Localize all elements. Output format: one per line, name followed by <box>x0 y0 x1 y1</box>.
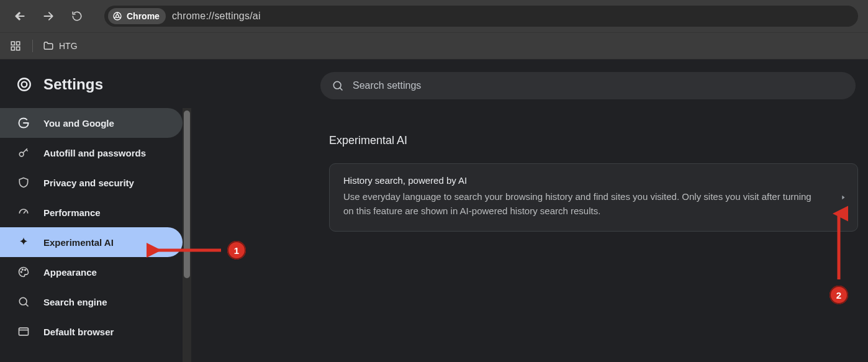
sidebar-item-label: Default browser <box>43 327 114 337</box>
svg-point-23 <box>333 81 341 89</box>
bookmarks-divider <box>32 40 33 52</box>
site-info-chip-label: Chrome <box>127 11 160 21</box>
reload-button[interactable] <box>67 6 87 26</box>
key-icon <box>17 147 30 159</box>
chevron-right-icon <box>840 194 846 201</box>
bookmarks-bar: HTG <box>0 32 868 60</box>
settings-left-column: Settings You and Google Autofill and pas… <box>0 60 191 362</box>
search-icon <box>17 296 30 308</box>
chrome-icon <box>112 11 123 22</box>
sidebar-item-appearance[interactable]: Appearance <box>0 257 183 287</box>
svg-point-12 <box>22 82 27 88</box>
svg-point-19 <box>19 297 27 305</box>
svg-point-18 <box>25 269 26 271</box>
svg-line-24 <box>340 88 342 90</box>
sidebar-item-search-engine[interactable]: Search engine <box>0 287 183 317</box>
settings-title: Settings <box>43 76 103 93</box>
svg-rect-9 <box>11 47 14 50</box>
arrow-right-icon <box>42 10 55 22</box>
svg-line-6 <box>119 17 120 18</box>
search-settings-field[interactable] <box>320 72 856 99</box>
speedometer-icon <box>17 206 30 219</box>
sidebar-item-label: Search engine <box>43 297 107 307</box>
browser-toolbar: Chrome chrome://settings/ai <box>0 0 868 32</box>
sidebar-item-label: Privacy and security <box>43 178 134 188</box>
svg-rect-8 <box>17 42 20 45</box>
sidebar-item-you-and-google[interactable]: You and Google <box>0 108 183 138</box>
settings-header: Settings <box>0 60 191 108</box>
sidebar-item-experimental-ai[interactable]: Experimental AI <box>0 227 183 257</box>
card-title: History search, powered by AI <box>343 175 824 186</box>
browser-window-icon <box>17 325 30 338</box>
url-text: chrome://settings/ai <box>172 11 261 22</box>
settings-sidebar: You and Google Autofill and passwords Pr… <box>0 108 183 346</box>
site-info-chip[interactable]: Chrome <box>108 8 166 24</box>
svg-line-20 <box>25 304 28 306</box>
bookmark-htg-label: HTG <box>59 41 78 51</box>
address-bar[interactable]: Chrome chrome://settings/ai <box>104 6 858 27</box>
svg-rect-10 <box>17 47 20 50</box>
svg-point-14 <box>19 152 24 156</box>
reload-icon <box>71 11 83 22</box>
sidebar-item-autofill[interactable]: Autofill and passwords <box>0 138 183 168</box>
svg-point-11 <box>18 78 30 91</box>
annotation-badge: 1 <box>227 241 246 260</box>
sidebar-item-label: Autofill and passwords <box>43 148 146 158</box>
arrow-left-icon <box>14 10 26 22</box>
apps-grid-icon[interactable] <box>10 40 21 52</box>
section-title-experimental-ai: Experimental AI <box>329 134 866 147</box>
svg-line-15 <box>24 211 25 214</box>
annotation-badge: 2 <box>830 286 848 304</box>
search-settings-input[interactable] <box>353 80 844 91</box>
sidebar-scroll-area: You and Google Autofill and passwords Pr… <box>0 108 191 362</box>
palette-icon <box>17 266 30 278</box>
svg-marker-25 <box>842 195 844 199</box>
forward-button[interactable] <box>38 6 58 26</box>
sidebar-item-performance[interactable]: Performance <box>0 197 183 227</box>
folder-icon <box>43 40 54 52</box>
sidebar-item-default-browser[interactable]: Default browser <box>0 317 183 346</box>
svg-rect-21 <box>19 328 29 335</box>
settings-app: Settings You and Google Autofill and pas… <box>0 60 868 362</box>
svg-point-3 <box>116 15 119 18</box>
svg-point-16 <box>20 271 22 273</box>
back-button[interactable] <box>10 6 30 26</box>
sidebar-scrollbar[interactable] <box>183 108 191 362</box>
shield-icon <box>17 176 30 189</box>
settings-main: Experimental AI History search, powered … <box>191 60 868 362</box>
sidebar-item-label: Appearance <box>43 267 97 278</box>
sidebar-item-label: Experimental AI <box>43 237 114 248</box>
sparkle-icon <box>17 236 30 248</box>
svg-point-17 <box>22 269 24 270</box>
google-g-icon <box>17 117 30 129</box>
sidebar-item-privacy[interactable]: Privacy and security <box>0 168 183 197</box>
card-history-search-ai[interactable]: History search, powered by AI Use everyd… <box>329 163 858 232</box>
card-description: Use everyday language to search your bro… <box>343 189 824 219</box>
svg-rect-7 <box>11 42 14 45</box>
svg-line-5 <box>114 17 116 18</box>
settings-logo-icon <box>16 76 32 93</box>
bookmark-htg[interactable]: HTG <box>43 40 78 52</box>
search-icon <box>332 79 344 92</box>
sidebar-item-label: Performance <box>43 207 101 218</box>
sidebar-scrollbar-thumb[interactable] <box>184 111 190 278</box>
sidebar-item-label: You and Google <box>43 118 114 129</box>
